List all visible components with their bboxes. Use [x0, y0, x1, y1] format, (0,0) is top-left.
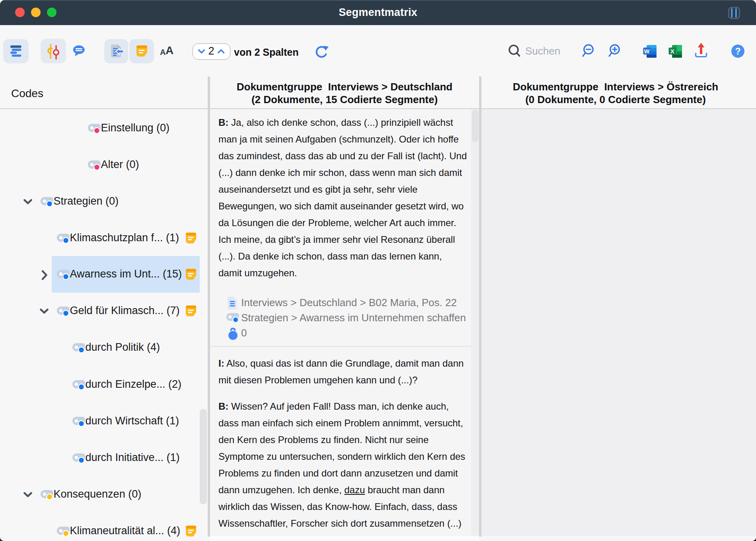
svg-text:X: X	[670, 48, 674, 55]
svg-text:?: ?	[735, 46, 740, 57]
svg-text:W: W	[644, 48, 650, 55]
